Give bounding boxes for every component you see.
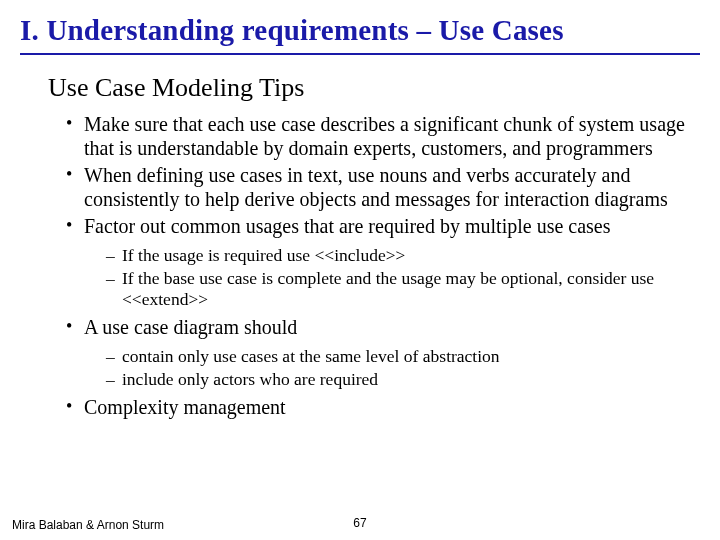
sub-bullet-item: contain only use cases at the same level… (106, 346, 690, 367)
title-underline (20, 53, 700, 55)
sub-bullet-item: If the base use case is complete and the… (106, 268, 690, 310)
bullet-item: A use case diagram should contain only u… (66, 316, 690, 390)
bullet-item: When defining use cases in text, use nou… (66, 164, 690, 211)
bullet-text: Factor out common usages that are requir… (84, 215, 611, 237)
bullet-list: Make sure that each use case describes a… (48, 113, 690, 419)
sub-bullet-list: contain only use cases at the same level… (84, 346, 690, 390)
sub-bullet-list: If the usage is required use <<include>>… (84, 245, 690, 310)
footer-page-number: 67 (353, 516, 366, 530)
footer-authors: Mira Balaban & Arnon Sturm (12, 518, 164, 532)
bullet-item: Make sure that each use case describes a… (66, 113, 690, 160)
sub-bullet-item: include only actors who are required (106, 369, 690, 390)
slide-title: I. Understanding requirements – Use Case… (20, 14, 700, 47)
section-heading: Use Case Modeling Tips (48, 73, 690, 103)
sub-bullet-item: If the usage is required use <<include>> (106, 245, 690, 266)
slide-content: Use Case Modeling Tips Make sure that ea… (20, 73, 700, 419)
bullet-item: Complexity management (66, 396, 690, 420)
slide: I. Understanding requirements – Use Case… (0, 0, 720, 419)
bullet-text: A use case diagram should (84, 316, 297, 338)
bullet-item: Factor out common usages that are requir… (66, 215, 690, 310)
